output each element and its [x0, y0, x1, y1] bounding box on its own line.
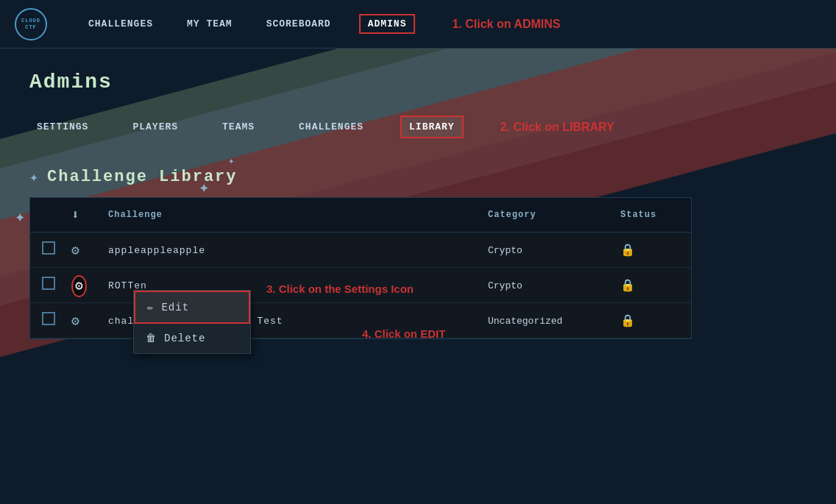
instruction-3: 3. Click on the Settings Icon	[266, 283, 414, 295]
row3-gear[interactable]: ⚙	[71, 313, 108, 329]
challenge-table: ⬇ Challenge Category Status ⚙ appleapple…	[29, 197, 692, 339]
instruction-2: 2. Click on LIBRARY	[500, 121, 614, 134]
edit-label: Edit	[161, 302, 189, 313]
logo-circle: CLOUDCTF	[15, 8, 47, 40]
navbar: CLOUDCTF CHALLENGES MY TEAM SCOREBOARD A…	[0, 0, 836, 49]
lock-icon-1: 🔒	[620, 244, 635, 258]
table-row: ⚙ challenge be global? - Test Uncategori…	[30, 303, 691, 338]
checkbox-2[interactable]	[42, 277, 55, 290]
subnav-settings[interactable]: SETTINGS	[29, 117, 96, 137]
main-content: Admins SETTINGS PLAYERS TEAMS CHALLENGES…	[0, 49, 836, 361]
sub-nav: SETTINGS PLAYERS TEAMS CHALLENGES LIBRAR…	[29, 116, 807, 138]
logo[interactable]: CLOUDCTF	[15, 8, 53, 40]
header-download: ⬇	[71, 207, 108, 223]
subnav-library[interactable]: LIBRARY	[400, 116, 464, 138]
instruction-4: 4. Click on EDIT	[362, 327, 445, 340]
row1-status: 🔒	[620, 243, 679, 258]
section-star-icon: ✦	[29, 168, 38, 186]
section-title: Challenge Library	[47, 168, 237, 186]
nav-admins[interactable]: ADMINS	[359, 14, 416, 34]
row2-category: Crypto	[488, 279, 620, 292]
context-menu: ✏ Edit 🗑 Delete 4. Click on EDIT	[133, 290, 251, 354]
edit-icon: ✏	[147, 301, 154, 313]
table-header: ⬇ Challenge Category Status	[30, 198, 691, 233]
table-row: ⚙ appleappleapple Crypto 🔒	[30, 233, 691, 268]
context-menu-edit[interactable]: ✏ Edit	[134, 291, 250, 324]
instruction-1: 1. Click on ADMINS	[452, 18, 560, 31]
page-title: Admins	[29, 71, 807, 93]
trash-icon: 🗑	[146, 333, 157, 344]
subnav-players[interactable]: PLAYERS	[125, 117, 185, 137]
header-challenge: Challenge	[108, 210, 488, 220]
row1-name: appleappleapple	[108, 244, 488, 257]
row1-check	[42, 241, 71, 258]
header-status: Status	[620, 210, 679, 220]
delete-label: Delete	[164, 333, 205, 344]
nav-scoreboard[interactable]: SCOREBOARD	[261, 15, 337, 32]
checkbox-3[interactable]	[42, 312, 55, 325]
lock-icon-2: 🔒	[620, 280, 635, 293]
nav-links: CHALLENGES MY TEAM SCOREBOARD ADMINS 1. …	[82, 14, 821, 34]
row3-check	[42, 312, 71, 329]
lock-icon-3: 🔒	[620, 315, 635, 328]
download-icon: ⬇	[71, 208, 79, 223]
context-menu-delete[interactable]: 🗑 Delete	[134, 324, 250, 353]
logo-text: CLOUDCTF	[21, 18, 40, 30]
checkbox-1[interactable]	[42, 241, 55, 255]
row1-category: Crypto	[488, 244, 620, 257]
gear-icon-2[interactable]: ⚙	[71, 275, 87, 297]
row1-gear[interactable]: ⚙	[71, 242, 108, 258]
row3-category: Uncategorized	[488, 314, 620, 327]
nav-my-team[interactable]: MY TEAM	[181, 15, 238, 32]
row2-gear[interactable]: ⚙	[71, 277, 108, 294]
row3-status: 🔒	[620, 313, 679, 328]
gear-icon-3[interactable]: ⚙	[71, 314, 79, 329]
subnav-teams[interactable]: TEAMS	[215, 117, 262, 137]
row2-status: 🔒	[620, 278, 679, 293]
row2-check	[42, 277, 71, 294]
section-title-row: ✦ Challenge Library	[29, 168, 807, 186]
header-category: Category	[488, 210, 620, 220]
subnav-challenges[interactable]: CHALLENGES	[291, 117, 371, 137]
nav-challenges[interactable]: CHALLENGES	[82, 15, 159, 32]
table-row: ⚙ 3. Click on the Settings Icon ROTTen C…	[30, 268, 691, 303]
gear-icon-1[interactable]: ⚙	[71, 244, 79, 258]
